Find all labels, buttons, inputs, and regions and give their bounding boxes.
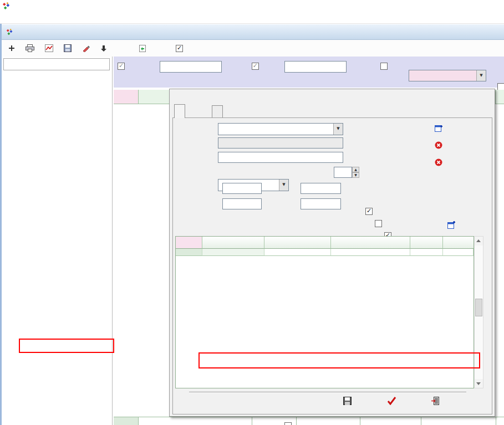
data-cell bbox=[139, 417, 252, 425]
report-window-titlebar[interactable] bbox=[2, 24, 504, 40]
branch-checkbox[interactable] bbox=[380, 63, 388, 70]
report-toolbar bbox=[2, 40, 504, 57]
spin-up-icon: ▲ bbox=[352, 167, 359, 172]
report-window-icon bbox=[6, 28, 13, 35]
app-titlebar bbox=[0, 0, 504, 11]
start-month-checkbox[interactable] bbox=[118, 63, 125, 70]
tab-user-binding[interactable] bbox=[212, 105, 223, 117]
save-data-button[interactable] bbox=[64, 44, 74, 52]
menubar bbox=[0, 11, 504, 24]
hide-hidden-columns-checkbox[interactable] bbox=[284, 422, 292, 425]
filter-panel: ▼ ▼ ▼ ▼ bbox=[114, 57, 504, 88]
chart-icon bbox=[45, 44, 53, 52]
scheme-name-input[interactable] bbox=[218, 152, 343, 163]
reference-window-icon bbox=[447, 221, 455, 229]
end-month-checkbox[interactable] bbox=[252, 63, 259, 70]
top-coord-input[interactable] bbox=[301, 183, 341, 194]
pen-icon bbox=[82, 44, 90, 52]
annotation-box-note-row bbox=[198, 352, 480, 368]
scroll-up-icon[interactable] bbox=[475, 237, 483, 245]
delete-scheme-button[interactable] bbox=[435, 141, 445, 149]
cancel-button[interactable] bbox=[431, 397, 444, 405]
end-month-input[interactable] bbox=[284, 61, 347, 73]
report-grid-partial-column bbox=[495, 90, 504, 417]
report-tree-panel bbox=[2, 57, 113, 425]
branch-select[interactable]: ▼ bbox=[409, 70, 486, 81]
delete-icon bbox=[435, 141, 442, 149]
tree-header bbox=[3, 58, 110, 70]
add-scheme-button[interactable] bbox=[435, 124, 445, 132]
tab-scheme-settings[interactable] bbox=[174, 104, 185, 118]
spin-down-icon: ▼ bbox=[352, 172, 359, 178]
font-size-input[interactable] bbox=[334, 167, 352, 178]
close-icon[interactable] bbox=[480, 90, 492, 103]
dropdown-arrow-icon[interactable]: ▼ bbox=[279, 180, 288, 191]
row-number-cell bbox=[114, 417, 139, 425]
dropdown-arrow-icon[interactable]: ▼ bbox=[333, 124, 343, 135]
extract-data-button[interactable] bbox=[139, 44, 151, 53]
data-cell bbox=[360, 417, 421, 425]
scroll-down-icon[interactable] bbox=[475, 379, 483, 388]
dropdown-arrow-icon[interactable]: ▼ bbox=[476, 70, 486, 81]
column-table-row-partial bbox=[176, 249, 474, 256]
select-scheme-combo[interactable]: ▼ bbox=[218, 123, 343, 135]
plus-icon bbox=[8, 45, 15, 52]
exit-door-icon bbox=[431, 397, 439, 405]
delete-all-schemes-button[interactable] bbox=[435, 158, 445, 166]
function-menu-button[interactable] bbox=[100, 45, 109, 52]
save-button[interactable] bbox=[343, 397, 356, 405]
scrollbar-thumb[interactable] bbox=[475, 299, 482, 316]
report-catalog-button[interactable] bbox=[8, 45, 17, 52]
red-check-icon bbox=[387, 396, 396, 405]
report-grid-partial-row bbox=[114, 417, 504, 425]
auto-height-toggle[interactable] bbox=[176, 45, 186, 52]
data-cell bbox=[496, 417, 504, 425]
default-scheme-checkbox[interactable] bbox=[365, 208, 373, 215]
column-table-header bbox=[176, 237, 474, 249]
divider bbox=[189, 392, 466, 393]
delete-icon bbox=[435, 158, 442, 166]
refresh-page-icon bbox=[139, 44, 146, 53]
font-size-stepper[interactable]: ▲▼ bbox=[352, 167, 359, 178]
chart-analysis-button[interactable] bbox=[45, 44, 55, 52]
partial-column-header bbox=[495, 90, 504, 104]
annotation-box-tree-selection bbox=[19, 339, 114, 353]
printer-icon bbox=[26, 44, 34, 52]
time-settings-button[interactable] bbox=[82, 44, 92, 52]
start-month-input[interactable] bbox=[160, 61, 222, 73]
reference-scheme-button[interactable] bbox=[447, 221, 457, 229]
app-logo-icon bbox=[2, 2, 11, 10]
ok-button[interactable] bbox=[387, 396, 401, 405]
scheme-code-field bbox=[218, 137, 343, 149]
left-coord-input[interactable] bbox=[222, 183, 262, 194]
floppy-icon bbox=[64, 44, 72, 52]
down-arrow-icon bbox=[100, 45, 107, 52]
auto-height-checkbox[interactable] bbox=[176, 45, 183, 52]
data-cell bbox=[297, 417, 360, 425]
row-number-header bbox=[114, 90, 139, 104]
window-width-input[interactable] bbox=[222, 198, 262, 209]
floppy-icon bbox=[343, 397, 352, 405]
auto-maximize-checkbox[interactable] bbox=[375, 220, 382, 227]
data-cell bbox=[421, 417, 496, 425]
print-button[interactable] bbox=[26, 44, 37, 52]
add-window-icon bbox=[435, 124, 442, 132]
window-height-input[interactable] bbox=[301, 198, 341, 209]
